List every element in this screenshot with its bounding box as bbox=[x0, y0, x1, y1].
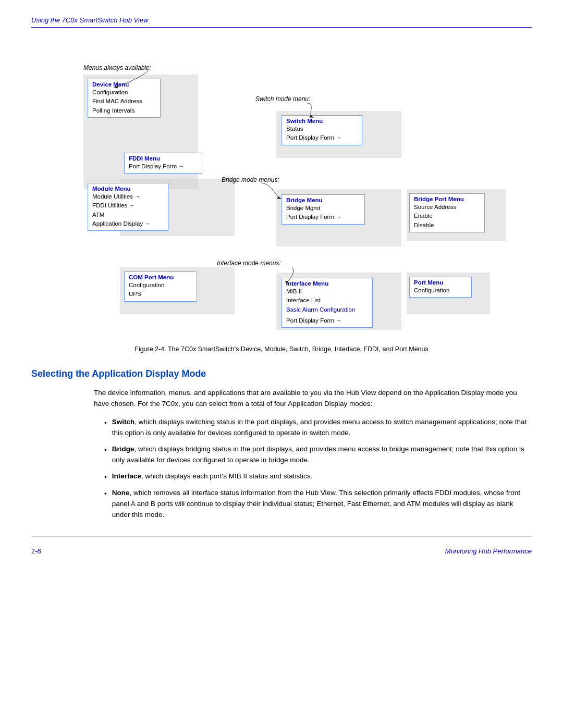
com-port-menu-item-1: Configuration bbox=[129, 281, 192, 290]
device-menu-title: Device Menu bbox=[92, 81, 156, 88]
bullet-term-interface: Interface bbox=[112, 472, 141, 480]
bullet-dot-4: • bbox=[104, 489, 107, 500]
com-port-menu-item-2: UPS bbox=[129, 290, 192, 299]
fddi-menu-title: FDDI Menu bbox=[129, 155, 198, 162]
interface-menu-item-mib: MIB II bbox=[286, 287, 368, 296]
fddi-menu-item-1: Port Display Form → bbox=[129, 162, 198, 171]
bullet-term-bridge: Bridge bbox=[112, 445, 134, 453]
bridge-port-menu-item-3: Disable bbox=[414, 221, 480, 230]
label-interface-mode: Interface mode menus: bbox=[217, 260, 281, 267]
bullet-term-none: None bbox=[112, 489, 130, 497]
bridge-port-menu-title: Bridge Port Menu bbox=[414, 196, 480, 202]
com-port-menu-title: COM Port Menu bbox=[129, 274, 192, 280]
interface-menu-item-pdf: Port Display Form → bbox=[286, 316, 368, 325]
label-switch-mode: Switch mode menu: bbox=[255, 95, 310, 103]
bridge-port-menu-item-2: Enable bbox=[414, 212, 480, 220]
fddi-menu-box: FDDI Menu Port Display Form → bbox=[124, 153, 202, 174]
module-menu-item-1: Module Utilities → bbox=[92, 192, 164, 201]
bullet-list: • Switch, which displays switching statu… bbox=[104, 417, 532, 521]
module-menu-item-3: ATM bbox=[92, 211, 164, 219]
footer-page-number: 2-6 bbox=[31, 547, 41, 555]
diagram-container: Menus always available: Switch mode menu… bbox=[31, 43, 532, 335]
switch-menu-title: Switch Menu bbox=[286, 118, 358, 124]
bullet-text-none: None, which removes all interface status… bbox=[112, 488, 532, 521]
footer-section-title: Monitoring Hub Performance bbox=[445, 547, 532, 555]
switch-menu-item-status: Status bbox=[286, 125, 358, 133]
bullet-item-switch: • Switch, which displays switching statu… bbox=[104, 417, 532, 439]
bullet-text-bridge: Bridge, which displays bridging status i… bbox=[112, 444, 532, 466]
intro-text: The device information, menus, and appli… bbox=[94, 388, 532, 410]
device-menu-item-3: Polling Intervals bbox=[92, 106, 156, 115]
bridge-port-menu-box: Bridge Port Menu Source Address Enable D… bbox=[409, 193, 485, 232]
com-port-menu-box: COM Port Menu Configuration UPS bbox=[124, 272, 197, 302]
port-menu-box: Port Menu Configuration bbox=[409, 277, 472, 298]
section-heading: Selecting the Application Display Mode bbox=[31, 368, 532, 379]
port-menu-item-1: Configuration bbox=[414, 286, 467, 295]
module-menu-item-4: Application Display → bbox=[92, 219, 164, 228]
figure-caption: Figure 2-4. The 7C0x SmartSwitch's Devic… bbox=[31, 346, 532, 353]
switch-menu-box: Switch Menu Status Port Display Form → bbox=[282, 115, 362, 145]
page-header: Using the 7C0x SmartSwitch Hub View bbox=[31, 16, 532, 28]
bullet-item-interface: • Interface, which displays each port's … bbox=[104, 471, 532, 483]
bullet-item-none: • None, which removes all interface stat… bbox=[104, 488, 532, 521]
module-menu-title: Module Menu bbox=[92, 186, 164, 192]
bridge-menu-title: Bridge Menu bbox=[286, 197, 360, 203]
device-menu-item-1: Configuration bbox=[92, 88, 156, 97]
bullet-dot-3: • bbox=[104, 472, 107, 483]
interface-menu-title: Interface Menu bbox=[286, 280, 368, 287]
module-menu-box: Module Menu Module Utilities → FDDI Util… bbox=[88, 183, 168, 231]
switch-menu-item-pdf: Port Display Form → bbox=[286, 133, 358, 142]
interface-menu-item-alarm: Basic Alarm Configuration bbox=[286, 305, 368, 314]
bullet-item-bridge: • Bridge, which displays bridging status… bbox=[104, 444, 532, 466]
page-container: Using the 7C0x SmartSwitch Hub View Menu… bbox=[0, 0, 563, 576]
bullet-dot-2: • bbox=[104, 445, 107, 456]
bridge-menu-box: Bridge Menu Bridge Mgmt Port Display For… bbox=[282, 194, 365, 225]
bullet-text-interface: Interface, which displays each port's MI… bbox=[112, 471, 313, 482]
label-bridge-mode: Bridge mode menus: bbox=[222, 176, 279, 183]
page-footer: 2-6 Monitoring Hub Performance bbox=[31, 536, 532, 560]
device-menu-item-2: Find MAC Address bbox=[92, 97, 156, 106]
module-menu-item-2: FDDI Utilities → bbox=[92, 201, 164, 210]
bridge-port-menu-item-1: Source Address bbox=[414, 203, 480, 212]
interface-menu-item-list: Interface List bbox=[286, 296, 368, 305]
port-menu-title: Port Menu bbox=[414, 279, 467, 286]
bullet-term-switch: Switch bbox=[112, 418, 135, 426]
bridge-menu-item-mgmt: Bridge Mgmt bbox=[286, 204, 360, 213]
bridge-menu-item-pdf: Port Display Form → bbox=[286, 213, 360, 221]
interface-menu-box: Interface Menu MIB II Interface List Bas… bbox=[282, 278, 373, 328]
bullet-dot-1: • bbox=[104, 418, 107, 429]
header-title: Using the 7C0x SmartSwitch Hub View bbox=[31, 16, 148, 24]
bullet-text-switch: Switch, which displays switching status … bbox=[112, 417, 532, 439]
device-menu-box: Device Menu Configuration Find MAC Addre… bbox=[88, 79, 161, 118]
label-menus-always: Menus always available: bbox=[83, 64, 151, 71]
